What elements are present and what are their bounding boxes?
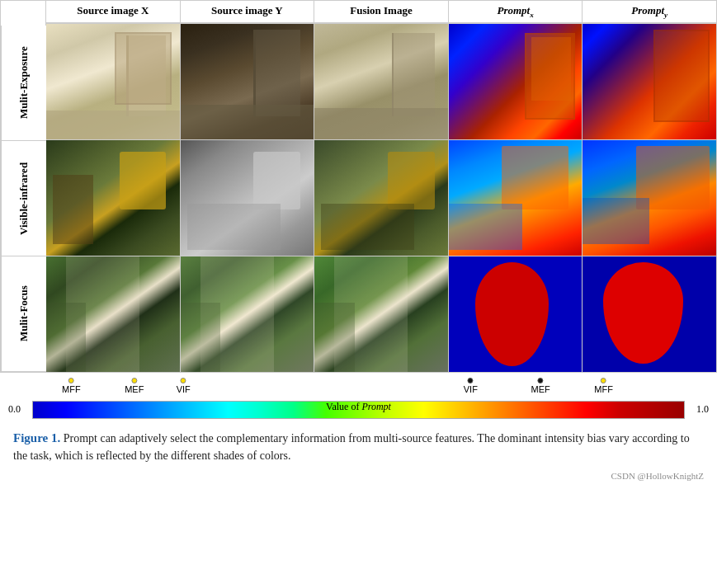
tick-vif-left: VIF: [177, 378, 191, 394]
image-grid: Mulit-Exposure Visible-infrared Mulit-Fo…: [0, 0, 717, 373]
tick-label-vif-left: VIF: [177, 384, 191, 394]
cell-me-prompt-y: [583, 24, 716, 139]
col-headers: Source image X Source image Y Fusion Ima…: [46, 1, 716, 23]
cell-me-prompt-x: [449, 24, 583, 139]
ticks-above-left: MFF MEF VIF VIF MEF: [8, 378, 709, 401]
cell-vi-x: [46, 140, 181, 256]
cell-mf-prompt-x: [449, 256, 583, 372]
row-label-1: Visible-infrared: [1, 141, 46, 256]
colorbar-section: MFF MEF VIF VIF MEF: [0, 373, 717, 422]
row-label-0: Mulit-Exposure: [1, 26, 46, 141]
caption-text: Prompt can adaptively select the complem…: [13, 432, 690, 463]
colorbar-max: 1.0: [688, 403, 709, 416]
row-labels: Mulit-Exposure Visible-infrared Mulit-Fo…: [1, 1, 46, 372]
cell-mf-x: [46, 256, 181, 372]
cell-vi-prompt-x: [449, 140, 583, 256]
col-header-2: Fusion Image: [314, 1, 449, 22]
colorbar: MFF MEF VIF VIF MEF: [8, 378, 709, 419]
row-multi-focus: [46, 256, 716, 372]
grid-content: Source image X Source image Y Fusion Ima…: [46, 1, 716, 372]
cell-vi-y: [181, 140, 315, 256]
watermark: CSDN @HollowKnightZ: [0, 471, 717, 486]
cell-mf-prompt-y: [583, 256, 716, 372]
colorbar-row: 0.0 Value of Prompt 1.0: [8, 401, 709, 419]
row-visible-infrared: [46, 139, 716, 256]
tick-mef-right: MEF: [531, 378, 550, 394]
cell-me-y: [181, 24, 315, 139]
tick-dot-mff: [68, 378, 74, 383]
cell-vi-prompt-y: [583, 140, 716, 256]
tick-label-mff-right: MFF: [594, 384, 613, 394]
image-rows: [46, 23, 716, 372]
cell-mf-y: [181, 256, 315, 372]
tick-dot-mef: [131, 378, 137, 383]
tick-label-mef-left: MEF: [125, 384, 144, 394]
tick-label-mef-right: MEF: [531, 384, 550, 394]
tick-dot-mef-right: [538, 378, 544, 383]
colorbar-min: 0.0: [8, 403, 29, 416]
cell-me-x: [46, 24, 181, 139]
colorbar-center-label: Value of Prompt: [326, 401, 391, 413]
col-header-4: Prompty: [583, 1, 716, 22]
col-header-3: Promptx: [449, 1, 583, 22]
cell-vi-fusion: [314, 140, 449, 256]
cell-mf-fusion: [314, 256, 449, 372]
tick-mff-left: MFF: [62, 378, 81, 394]
caption-section: Figure 1. Prompt can adaptively select t…: [0, 422, 717, 472]
row-multi-exposure: [46, 23, 716, 139]
tick-mff-right: MFF: [594, 378, 613, 394]
caption-body: Figure 1. Prompt can adaptively select t…: [13, 429, 704, 465]
figure-label: Figure 1.: [13, 431, 60, 445]
tick-dot-mff-right: [601, 378, 606, 383]
tick-mef-left: MEF: [125, 378, 144, 394]
tick-label-mff-left: MFF: [62, 384, 81, 394]
tick-label-vif-right: VIF: [464, 384, 478, 394]
main-container: Mulit-Exposure Visible-infrared Mulit-Fo…: [0, 0, 717, 486]
col-header-1: Source image Y: [181, 1, 315, 22]
tick-vif-right: VIF: [464, 378, 478, 394]
tick-dot-vif: [181, 378, 186, 383]
cell-me-fusion: [314, 24, 449, 139]
col-header-0: Source image X: [46, 1, 181, 22]
row-label-2: Mulit-Focus: [1, 256, 46, 372]
tick-dot-vif-right: [468, 378, 474, 383]
